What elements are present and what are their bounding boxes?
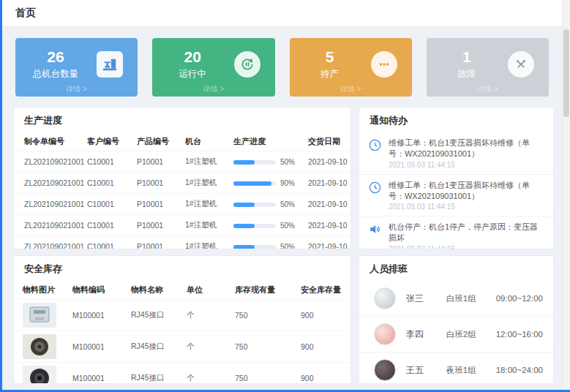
col-order: 制令单编号: [14, 132, 86, 151]
waiting-label: 待产: [297, 68, 363, 80]
running-value: 20: [160, 48, 225, 66]
detail-link-total[interactable]: 详情 >: [15, 84, 138, 94]
notification-item[interactable]: 维修工单：机台1变压器损坏待维修（单号：WX202109031001） 2021…: [359, 132, 553, 175]
stat-cards: 26 总机台数量 详情 >: [15, 38, 549, 97]
person-shift: 白班2组: [446, 329, 496, 340]
card-content: 26 总机台数量: [23, 45, 129, 83]
table-row: ZL202109021001 C10001 P10001 1#注塑机 50% 2…: [14, 151, 350, 173]
notification-item[interactable]: 机台停产：机台1停产，停产原因：变压器损坏 2021.09.03 11:44:1…: [359, 216, 553, 249]
notification-text: 维修工单：机台1变压器损坏待维修（单号：WX202109031001）: [389, 180, 544, 202]
col-stock: 库存现有量: [233, 281, 299, 300]
col-customer: 客户编号: [86, 132, 135, 151]
detail-link-waiting[interactable]: 详情 >: [290, 84, 412, 94]
table-row: ZL202109021001 C10001 P10001 1#注塑机 50% 2…: [14, 215, 350, 236]
progress-bar: [233, 160, 276, 165]
panel-grid: 生产进度 制令单编号 客户编号 产品编号 机台 生产进度 交货日期: [13, 107, 554, 384]
notification-time: 2021.09.03 11:44:15: [389, 161, 544, 169]
person-time: 12:00~16:00: [496, 330, 543, 339]
progress-bar: [233, 245, 276, 249]
scrollbar-thumb[interactable]: [563, 29, 569, 117]
notification-time: 2021.09.03 11:44:15: [389, 245, 544, 249]
table-row: M100001 RJ45接口 个 750 900: [14, 300, 350, 331]
fault-value: 1: [434, 48, 500, 66]
machine-icon: [97, 51, 123, 78]
progress-bar: [233, 203, 276, 207]
table-row: ZL202109021001 C10001 P10001 1#注塑机 50% 2…: [14, 194, 350, 215]
person-name: 李四: [406, 328, 446, 341]
progress-label: 90%: [280, 179, 295, 187]
scrollbar[interactable]: [562, 0, 570, 390]
stat-card-total-machines[interactable]: 26 总机台数量 详情 >: [15, 38, 138, 97]
panel-title: 人员排班: [359, 256, 553, 281]
notifications-panel: 通知待办 维修工单：机台1变压器损坏待维修（单号：WX202109031001）…: [359, 107, 554, 249]
fault-label: 故障: [434, 68, 500, 80]
waiting-value: 5: [297, 48, 363, 66]
ellipsis-icon: [371, 51, 397, 78]
col-product: 产品编号: [135, 132, 184, 151]
material-image-round-connector: [23, 334, 56, 359]
notification-text: 机台停产：机台1停产，停产原因：变压器损坏: [389, 222, 544, 244]
clock-icon: [368, 137, 383, 169]
page-title: 首页: [15, 7, 36, 20]
running-label: 运行中: [160, 68, 225, 80]
notification-text: 维修工单：机台1变压器损坏待维修（单号：WX202109031001）: [389, 137, 544, 159]
detail-link-fault[interactable]: 详情 >: [427, 84, 549, 94]
col-safety: 安全库存量: [299, 281, 350, 300]
production-progress-panel: 生产进度 制令单编号 客户编号 产品编号 机台 生产进度 交货日期: [13, 107, 351, 249]
safety-stock-panel: 安全库存 物料图片 物料编码 物料名称 单位 库存现有量 安全库存量: [13, 255, 351, 384]
col-code: 物料编码: [71, 281, 130, 300]
card-content: 1 故障: [434, 45, 540, 83]
clock-icon: [368, 180, 383, 211]
app-window: 首页 26 总机台数量: [0, 0, 570, 392]
panel-title: 安全库存: [14, 256, 350, 281]
progress-label: 50%: [280, 158, 295, 166]
person-name: 张三: [406, 293, 446, 305]
schedule-row: 王五 夜班1组 18:00~24:00: [359, 353, 553, 384]
panel-title: 通知待办: [359, 108, 553, 132]
col-machine: 机台: [184, 132, 232, 151]
progress-label: 50%: [280, 200, 295, 208]
material-image-rj45: [23, 303, 56, 328]
col-unit: 单位: [185, 281, 233, 300]
person-time: 18:00~24:00: [496, 366, 543, 374]
col-date: 交货日期: [307, 132, 350, 151]
inventory-table: 物料图片 物料编码 物料名称 单位 库存现有量 安全库存量: [14, 281, 350, 384]
table-row: M100001 RJ45接口 个 750 900: [14, 331, 350, 363]
notification-item[interactable]: 维修工单：机台1变压器损坏待维修（单号：WX202109031001） 2021…: [359, 175, 553, 217]
progress-bar: [233, 224, 276, 228]
table-header-row: 物料图片 物料编码 物料名称 单位 库存现有量 安全库存量: [14, 281, 350, 300]
person-name: 王五: [406, 364, 446, 377]
total-machines-label: 总机台数量: [23, 68, 89, 80]
progress-label: 50%: [280, 243, 295, 249]
table-header-row: 制令单编号 客户编号 产品编号 机台 生产进度 交货日期: [14, 132, 350, 151]
card-content: 5 待产: [297, 45, 403, 83]
progress-bar: [233, 181, 276, 186]
production-table: 制令单编号 客户编号 产品编号 机台 生产进度 交货日期 ZL202109021…: [14, 132, 350, 249]
avatar: [374, 359, 396, 381]
stat-card-running[interactable]: 20 运行中 详情 >: [152, 38, 274, 97]
avatar: [374, 323, 396, 345]
progress-label: 50%: [280, 222, 295, 230]
notification-time: 2021.09.03 11:44:15: [389, 203, 544, 211]
person-shift: 夜班1组: [446, 365, 496, 376]
schedule-row: 李四 白班2组 12:00~16:00: [359, 317, 553, 353]
detail-link-running[interactable]: 详情 >: [152, 84, 274, 94]
person-shift: 白班1组: [446, 293, 496, 304]
schedule-row: 张三 白班1组 09:00~12:00: [359, 281, 553, 317]
table-row: M100001 RJ45接口 个 750 900: [14, 363, 350, 385]
table-row: ZL202109021001 C10001 P10001 1#注塑机 90% 2…: [14, 173, 350, 194]
stat-card-fault[interactable]: 1 故障 详情 >: [427, 38, 549, 97]
material-image-speaker: [23, 366, 56, 384]
dashboard: 首页 26 总机台数量: [2, 0, 562, 390]
person-time: 09:00~12:00: [496, 294, 543, 303]
table-row: ZL202109021001 C10001 P10001 1#注塑机 50% 2…: [14, 236, 350, 250]
running-refresh-icon: [234, 51, 260, 78]
panel-title: 生产进度: [14, 108, 350, 132]
col-progress: 生产进度: [232, 132, 307, 151]
card-content: 20 运行中: [160, 45, 266, 83]
col-image: 物料图片: [14, 281, 71, 300]
avatar: [374, 287, 396, 309]
page-header: 首页: [2, 0, 562, 27]
stat-card-waiting[interactable]: 5 待产 详情 >: [290, 38, 412, 97]
total-machines-value: 26: [23, 48, 89, 66]
